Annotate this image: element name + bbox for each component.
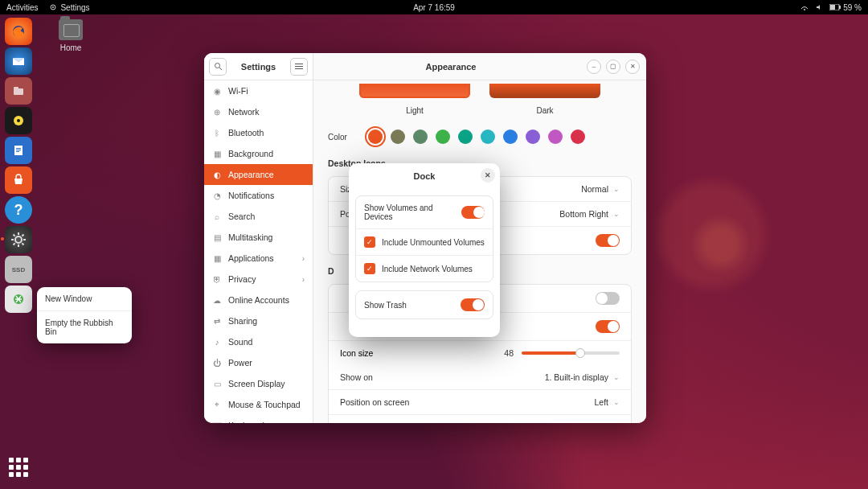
dialog-title: Dock [414, 171, 436, 181]
dlg-row-include-network[interactable]: ✓ Include Network Volumes [356, 256, 493, 281]
toggle-show-volumes[interactable] [461, 206, 485, 219]
sidebar-item-screen[interactable]: ▭Screen Display [204, 373, 313, 394]
sidebar-item-online[interactable]: ☁Online Accounts [204, 290, 313, 310]
toggle-show-trash[interactable] [461, 298, 485, 311]
show-applications-button[interactable] [5, 454, 32, 481]
sidebar-item-applications[interactable]: ▦Applications› [204, 248, 313, 269]
sidebar-item-sound[interactable]: ♪Sound [204, 331, 313, 352]
icon-size-slider[interactable] [522, 351, 620, 355]
dlg-inc-unm-label: Include Unmounted Volumes [382, 238, 485, 247]
color-swatch-0[interactable] [368, 129, 383, 144]
sidebar-item-multitasking[interactable]: ▤Multitasking [204, 227, 313, 248]
sidebar-item-keyboard[interactable]: ⌨Keyboard [204, 415, 313, 423]
dock-trash[interactable] [5, 286, 32, 313]
svg-point-10 [17, 119, 20, 122]
window-maximize-button[interactable]: ▢ [606, 60, 620, 74]
dock-rhythmbox[interactable] [5, 107, 32, 134]
battery-indicator[interactable]: 59 % [829, 3, 862, 12]
battery-percent: 59 % [843, 3, 862, 12]
sidebar-menu-button[interactable] [290, 58, 308, 76]
dialog-close-button[interactable]: ✕ [481, 168, 495, 183]
svg-line-26 [219, 68, 222, 70]
sidebar-item-label: Power [228, 358, 252, 368]
color-swatch-1[interactable] [391, 129, 405, 144]
sidebar-item-sharing[interactable]: ⇄Sharing [204, 310, 313, 331]
color-swatch-4[interactable] [458, 129, 473, 144]
row-position-on-screen[interactable]: Position on screen Left⌄ [329, 390, 631, 415]
appearance-icon: ◐ [212, 171, 222, 179]
clock[interactable]: Apr 7 16:59 [413, 3, 455, 12]
style-light-thumb [359, 84, 470, 98]
checkbox-include-unmounted[interactable]: ✓ [364, 236, 375, 248]
dock-files[interactable] [5, 77, 32, 105]
row-show-on[interactable]: Show on 1. Built-in display⌄ [329, 365, 631, 390]
svg-point-1 [52, 6, 54, 8]
sidebar-item-network[interactable]: ⊕Network [204, 101, 313, 122]
color-swatch-6[interactable] [503, 129, 518, 144]
dock-volume-ssd[interactable]: SSD [5, 256, 32, 283]
sidebar-item-label: Applications [228, 253, 274, 263]
ctx-empty-trash[interactable]: Empty the Rubbish Bin [37, 311, 132, 343]
volume-icon[interactable] [815, 3, 823, 11]
color-swatch-9[interactable] [571, 129, 585, 144]
multitasking-icon: ▤ [212, 233, 222, 242]
toggle-panel-mode[interactable] [596, 320, 620, 333]
active-app-menu[interactable]: Settings [49, 3, 89, 12]
network-icon[interactable] [800, 3, 809, 11]
toggle-show-personal[interactable] [596, 234, 620, 247]
dock-ubuntu-software[interactable] [5, 166, 32, 194]
window-close-button[interactable]: ✕ [625, 60, 640, 74]
power-icon: ⏻ [212, 359, 222, 368]
sidebar-item-appearance[interactable]: ◐Appearance [204, 164, 313, 185]
sound-icon: ♪ [212, 338, 222, 347]
sidebar-item-notifications[interactable]: ◔Notifications [204, 185, 313, 206]
ctx-new-window[interactable]: New Window [37, 287, 132, 310]
dock-firefox[interactable] [5, 18, 32, 45]
folder-icon [59, 19, 83, 40]
toggle-autohide[interactable] [596, 292, 620, 305]
dlg-show-trash-label: Show Trash [364, 301, 407, 310]
dock-settings[interactable] [5, 226, 32, 253]
desktop-home-label: Home [48, 43, 93, 52]
color-swatch-2[interactable] [413, 129, 428, 144]
color-swatch-8[interactable] [548, 129, 563, 144]
sidebar-item-background[interactable]: ▦Background [204, 143, 313, 164]
checkbox-include-network[interactable]: ✓ [364, 263, 375, 274]
sidebar-item-label: Screen Display [228, 379, 285, 388]
color-swatch-5[interactable] [481, 129, 495, 144]
applications-icon: ▦ [212, 254, 222, 263]
privacy-icon: ⛨ [212, 275, 222, 284]
online-icon: ☁ [212, 296, 222, 305]
screen-icon: ▭ [212, 380, 222, 388]
sidebar-item-wifi[interactable]: ◉Wi-Fi [204, 80, 313, 101]
row-configure-dock-behavior[interactable]: Configure dock behavior › [329, 415, 631, 423]
sidebar-item-label: Search [228, 212, 255, 221]
window-minimize-button[interactable]: – [587, 60, 601, 74]
sidebar-item-privacy[interactable]: ⛨Privacy› [204, 269, 313, 290]
sidebar-item-mouse[interactable]: ⌖Mouse & Touchpad [204, 394, 313, 415]
row-dock-icon-size: Icon size 48 [329, 341, 631, 365]
sidebar-item-search[interactable]: ⌕Search [204, 206, 313, 227]
color-swatch-7[interactable] [526, 129, 540, 144]
style-dark-option[interactable]: Dark [489, 84, 600, 115]
svg-rect-8 [14, 87, 18, 89]
color-swatch-3[interactable] [436, 129, 450, 144]
dock-help[interactable]: ? [5, 196, 32, 224]
color-label: Color [328, 133, 360, 142]
sidebar-item-power[interactable]: ⏻Power [204, 352, 313, 373]
svg-rect-5 [830, 5, 835, 10]
dock-thunderbird[interactable] [5, 47, 32, 75]
desktop-home-folder[interactable]: Home [48, 19, 93, 52]
dock-libreoffice-writer[interactable] [5, 137, 32, 164]
style-light-option[interactable]: Light [359, 84, 470, 115]
sidebar-item-bluetooth[interactable]: ᛒBluetooth [204, 122, 313, 143]
dlg-row-include-unmounted[interactable]: ✓ Include Unmounted Volumes [356, 229, 493, 256]
active-app-label: Settings [60, 3, 89, 12]
row-dock-icon-size-label: Icon size [340, 348, 373, 358]
row-position-label: Position on screen [340, 397, 409, 407]
top-bar: Activities Settings Apr 7 16:59 59 % [0, 0, 868, 14]
sidebar-search-button[interactable] [209, 58, 227, 76]
activities-button[interactable]: Activities [6, 3, 38, 12]
settings-sidebar: Settings ◉Wi-Fi⊕NetworkᛒBluetooth▦Backgr… [204, 53, 313, 423]
svg-rect-4 [839, 6, 841, 9]
